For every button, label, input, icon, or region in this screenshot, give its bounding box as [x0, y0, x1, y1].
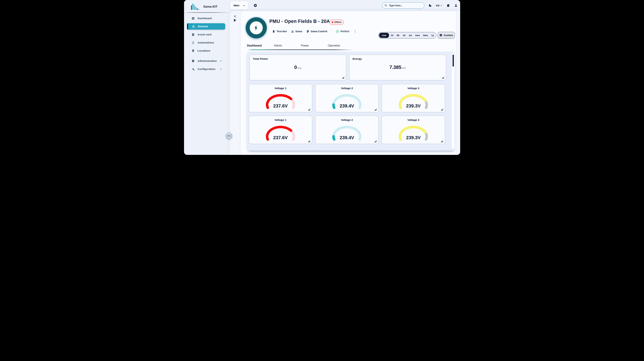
gauge-value: 239.4V: [316, 103, 378, 109]
automations-icon: [192, 41, 195, 44]
tab-admin[interactable]: Admin: [274, 44, 301, 47]
sidebar-item-automations[interactable]: Automations: [184, 39, 230, 47]
tab-power[interactable]: Power: [301, 44, 328, 47]
sidebar-item-configuration[interactable]: Configuration: [184, 65, 230, 73]
gauge-value: 239.4V: [316, 135, 378, 140]
stat-card-energy: Energy7.385/KW: [349, 55, 446, 80]
corner-resize-icon[interactable]: [374, 108, 377, 111]
workspace-label: Main: [234, 4, 240, 7]
settings-gear-icon[interactable]: [254, 4, 257, 8]
tab-dashboard[interactable]: Dashboard: [247, 44, 274, 47]
card-title: Total Power: [253, 57, 268, 61]
sidebar-item-label: Automations: [198, 41, 214, 44]
dark-mode-moon-icon[interactable]: [428, 4, 432, 7]
tab-underline: [247, 50, 354, 50]
page-title: PMU - Open Fields B - 20A: [270, 19, 330, 24]
sidebar-item-devices[interactable]: Devices: [187, 23, 225, 30]
sidebar-item-asset-card[interactable]: Asset card: [184, 31, 230, 39]
status-badge: Offline: [329, 20, 344, 25]
kebab-menu-icon[interactable]: [354, 30, 357, 33]
device-meta-label: Test-dev: [277, 30, 287, 33]
time-range-1w[interactable]: 1w: [407, 33, 413, 38]
card-title: Voltage 1: [249, 87, 312, 90]
sidebar-item-label: Dashboard: [198, 17, 212, 20]
language-label: EN: [436, 4, 439, 7]
stat-card-total-power: Total Power0/KW: [250, 55, 346, 80]
chevron-down-icon: [220, 68, 222, 70]
topbar-right-cluster: EN: [382, 2, 458, 9]
time-range-1h[interactable]: 1h: [389, 33, 395, 38]
stats-row: Total Power0/KWEnergy7.385/KW: [250, 55, 446, 80]
custom-range-button[interactable]: Custom: [438, 32, 455, 39]
gauge-row: Voltage 1237.6VVoltage 2239.4VVoltage 32…: [249, 116, 445, 144]
chevron-left-icon[interactable]: [234, 15, 237, 18]
dashboard-icon: [192, 17, 195, 20]
brand-logo: Sama-IOT: [184, 0, 230, 12]
device-meta-label: Sama Control: [311, 30, 327, 33]
corner-resize-icon[interactable]: [308, 140, 310, 142]
corner-resize-icon[interactable]: [374, 140, 377, 142]
custom-range-label: Custom: [444, 34, 453, 37]
sidebar-item-administration[interactable]: Administration: [184, 57, 230, 65]
device-page-card: PMU - Open Fields B - 20A Offline Test-d…: [240, 11, 456, 155]
global-search[interactable]: [382, 2, 424, 9]
stat-value: 7.385/KW: [350, 65, 446, 70]
search-icon: [384, 4, 387, 7]
time-range-1mo[interactable]: 1mo: [414, 33, 422, 38]
gauge-card-voltage-2: Voltage 2239.4V: [315, 84, 378, 112]
content-panel: PMU - Open Fields B - 20A Offline Test-d…: [230, 11, 460, 155]
workspace-dropdown[interactable]: Main: [230, 2, 248, 10]
user-profile-icon[interactable]: [454, 4, 458, 7]
corner-resize-icon[interactable]: [441, 140, 443, 142]
brand-name: Sama-IOT: [204, 5, 218, 9]
health-label: Perfect: [340, 30, 349, 33]
device-meta-chip[interactable]: Test-dev: [272, 30, 287, 33]
card-title: Voltage 3: [382, 87, 445, 90]
corner-resize-icon[interactable]: [441, 108, 443, 111]
sidebar-item-locations[interactable]: Locations: [184, 47, 230, 55]
lightning-bolt-icon: [250, 21, 263, 34]
time-range-6mo[interactable]: 6mo: [422, 33, 430, 38]
gauge-value: 239.3V: [382, 103, 445, 109]
language-selector[interactable]: EN: [436, 4, 442, 7]
notifications-bell-icon[interactable]: [446, 4, 450, 8]
sidebar-item-dashboard[interactable]: Dashboard: [184, 14, 230, 22]
scrollbar-thumb[interactable]: [452, 55, 454, 67]
gauge-value: 237.6V: [249, 135, 312, 140]
tab-operation[interactable]: Operation: [328, 44, 355, 47]
scrollbar-track[interactable]: [452, 53, 454, 149]
sidebar-collapse-button[interactable]: «: [226, 133, 232, 139]
device-meta-row: Test-devSamaSama ControlPerfect: [272, 28, 357, 35]
time-range-6h[interactable]: 6h: [395, 33, 401, 38]
sidebar-nav: DashboardDevicesAsset cardAutomationsLoc…: [184, 13, 230, 73]
gauge-card-voltage-3: Voltage 3239.3V: [382, 84, 445, 112]
time-range-1y[interactable]: 1y: [430, 33, 435, 38]
time-range-live[interactable]: Live: [379, 33, 389, 38]
corner-resize-icon[interactable]: [342, 77, 344, 79]
chevron-down-icon: [243, 5, 245, 7]
card-title: Energy: [352, 57, 362, 61]
search-input[interactable]: [389, 4, 422, 7]
device-meta-label: Sama: [295, 30, 302, 33]
gauge-row: Voltage 1237.6VVoltage 2239.4VVoltage 32…: [249, 84, 445, 112]
card-title: Voltage 3: [382, 118, 445, 122]
administration-icon: [192, 59, 195, 63]
status-label: Offline: [334, 21, 342, 24]
device-tabs: DashboardAdminPowerOperation: [247, 44, 355, 47]
time-range-1d[interactable]: 1d: [401, 33, 407, 38]
sidebar-item-label: Configuration: [198, 68, 216, 71]
logout-exit-icon[interactable]: [233, 19, 236, 22]
topbar: Main EN: [230, 0, 460, 11]
configuration-icon: [192, 68, 195, 71]
gauge-value: 237.6V: [249, 103, 312, 109]
device-meta-chip[interactable]: Sama: [291, 30, 302, 33]
gauge-card-voltage-2: Voltage 2239.4V: [315, 116, 378, 144]
dashboard-section: Total Power0/KWEnergy7.385/KW Voltage 12…: [247, 52, 455, 151]
app-window: Sama-IOT DashboardDevicesAsset cardAutom…: [184, 0, 460, 155]
locations-icon: [192, 49, 195, 53]
device-meta-chip[interactable]: Sama Control: [306, 30, 327, 33]
bar-chart-logo-icon: [191, 4, 201, 10]
health-status: Perfect: [336, 30, 349, 33]
corner-resize-icon[interactable]: [442, 77, 444, 79]
corner-resize-icon[interactable]: [308, 108, 310, 111]
